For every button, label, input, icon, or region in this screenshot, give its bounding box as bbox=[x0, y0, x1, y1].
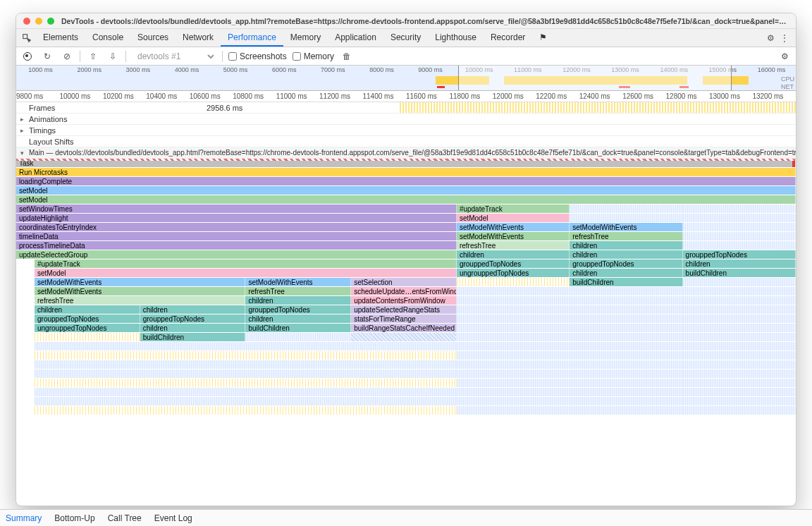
flame-entry[interactable] bbox=[457, 360, 570, 369]
flame-entry[interactable] bbox=[683, 314, 796, 323]
flame-entry[interactable]: setWindowTimes bbox=[16, 204, 457, 213]
flame-entry[interactable]: loadingComplete bbox=[16, 177, 796, 185]
flame-entry[interactable] bbox=[457, 342, 570, 350]
flame-entry[interactable]: scheduleUpdate…entsFromWindow bbox=[351, 287, 457, 295]
flame-entry[interactable] bbox=[570, 287, 682, 295]
flame-entry[interactable]: grouppedTopNodes bbox=[683, 250, 796, 259]
flame-entry[interactable]: children bbox=[570, 269, 682, 277]
flame-entry[interactable] bbox=[683, 241, 796, 250]
flame-entry[interactable] bbox=[683, 397, 796, 405]
flame-entry[interactable] bbox=[683, 333, 796, 341]
flame-entry[interactable] bbox=[457, 397, 570, 405]
tab-security[interactable]: Security bbox=[383, 29, 428, 47]
flame-entry[interactable]: children bbox=[245, 296, 351, 305]
flame-entry[interactable]: children bbox=[683, 259, 796, 268]
flame-entry[interactable] bbox=[683, 379, 796, 387]
flame-entry[interactable] bbox=[457, 278, 570, 286]
flame-entry[interactable]: children bbox=[570, 241, 682, 250]
flame-entry[interactable]: children bbox=[35, 305, 140, 314]
flame-entry[interactable]: updateContentsFromWindow bbox=[351, 296, 457, 305]
flame-entry[interactable]: refreshTree bbox=[35, 296, 245, 305]
flame-entry[interactable] bbox=[457, 287, 570, 295]
reload-record-button[interactable]: ↻ bbox=[40, 49, 54, 63]
flame-entry[interactable] bbox=[683, 369, 796, 378]
flame-entry[interactable]: setModel bbox=[35, 269, 457, 277]
flame-entry[interactable] bbox=[457, 388, 570, 396]
flame-entry[interactable]: Task bbox=[16, 159, 796, 167]
tab-sources[interactable]: Sources bbox=[130, 29, 176, 47]
flame-entry[interactable] bbox=[570, 406, 682, 415]
memory-checkbox[interactable]: Memory bbox=[293, 51, 334, 61]
flame-entry[interactable]: buildChildren bbox=[140, 333, 246, 341]
track-frames[interactable]: Frames 2958.6 ms bbox=[16, 102, 796, 114]
flame-entry[interactable]: grouppedTopNodes bbox=[457, 259, 570, 268]
trash-button[interactable]: 🗑 bbox=[340, 49, 354, 63]
flame-entry[interactable] bbox=[570, 214, 682, 222]
track-main[interactable]: ▾Main — devtools://devtools/bundled/devt… bbox=[16, 147, 796, 159]
flame-entry[interactable] bbox=[457, 369, 570, 378]
flame-entry[interactable] bbox=[683, 351, 796, 360]
flame-entry[interactable] bbox=[570, 204, 682, 213]
flame-entry[interactable]: ungrouppedTopNodes bbox=[457, 269, 570, 277]
flame-entry[interactable] bbox=[351, 333, 457, 341]
flame-entry[interactable] bbox=[683, 223, 796, 231]
inspect-icon[interactable] bbox=[20, 32, 33, 44]
flame-entry[interactable] bbox=[35, 388, 457, 396]
flame-entry[interactable]: refreshTree bbox=[457, 241, 570, 250]
flame-entry[interactable] bbox=[457, 406, 570, 415]
flame-entry[interactable]: children bbox=[140, 305, 246, 314]
flame-entry[interactable] bbox=[683, 406, 796, 415]
flame-entry[interactable] bbox=[570, 305, 682, 314]
flame-entry[interactable]: setModelWithEvents bbox=[245, 278, 351, 286]
flame-entry[interactable] bbox=[683, 388, 796, 396]
flame-entry[interactable] bbox=[570, 360, 682, 369]
flame-entry[interactable]: updateSelectedRangeStats bbox=[351, 305, 457, 314]
flame-entry[interactable] bbox=[570, 324, 682, 332]
flame-entry[interactable] bbox=[570, 388, 682, 396]
record-button[interactable] bbox=[20, 49, 35, 63]
flame-entry[interactable] bbox=[457, 333, 570, 341]
flame-entry[interactable] bbox=[457, 379, 570, 387]
flame-entry[interactable]: #updateTrack bbox=[457, 204, 570, 213]
flame-entry[interactable]: buildChildren bbox=[570, 278, 682, 286]
flame-entry[interactable]: children bbox=[245, 314, 351, 323]
flame-entry[interactable] bbox=[683, 204, 796, 213]
tab-recorder[interactable]: Recorder bbox=[484, 29, 532, 47]
flame-entry[interactable]: setModelWithEvents bbox=[457, 232, 570, 240]
flame-entry[interactable] bbox=[35, 379, 457, 387]
flame-entry[interactable] bbox=[683, 324, 796, 332]
flame-entry[interactable] bbox=[683, 232, 796, 240]
more-icon[interactable]: ⋮ bbox=[777, 33, 792, 43]
flame-entry[interactable]: grouppedTopNodes bbox=[570, 259, 682, 268]
flame-entry[interactable] bbox=[457, 314, 570, 323]
flame-entry[interactable]: refreshTree bbox=[245, 287, 351, 295]
flame-entry[interactable]: processTimelineData bbox=[16, 241, 457, 250]
flame-entry[interactable]: updateHighlight bbox=[16, 214, 457, 222]
download-button[interactable]: ⇩ bbox=[106, 49, 120, 63]
flame-entry[interactable] bbox=[35, 360, 457, 369]
flame-entry[interactable] bbox=[35, 351, 457, 360]
upload-button[interactable]: ⇧ bbox=[86, 49, 100, 63]
tab-memory[interactable]: Memory bbox=[283, 29, 328, 47]
flame-entry[interactable]: setModel bbox=[457, 214, 570, 222]
flame-entry[interactable] bbox=[570, 397, 682, 405]
flame-entry[interactable]: #updateTrack bbox=[35, 259, 457, 268]
flame-entry[interactable]: buildChildren bbox=[245, 324, 351, 332]
flame-entry[interactable] bbox=[570, 296, 682, 305]
flame-entry[interactable] bbox=[35, 406, 457, 415]
zoom-icon[interactable] bbox=[47, 18, 54, 25]
flame-entry[interactable]: setSelection bbox=[351, 278, 457, 286]
flame-entry[interactable]: statsForTimeRange bbox=[351, 314, 457, 323]
flame-chart[interactable]: TaskRun MicrotasksloadingCompletesetMode… bbox=[16, 159, 796, 490]
tab-application[interactable]: Application bbox=[328, 29, 383, 47]
flame-entry[interactable]: children bbox=[570, 250, 682, 259]
flame-entry[interactable] bbox=[457, 296, 570, 305]
flame-entry[interactable]: setModel bbox=[16, 186, 796, 195]
flame-entry[interactable]: timelineData bbox=[16, 232, 457, 240]
tab-elements[interactable]: Elements bbox=[36, 29, 85, 47]
flame-entry[interactable] bbox=[683, 360, 796, 369]
minimize-icon[interactable] bbox=[35, 18, 42, 25]
flame-entry[interactable]: refreshTree bbox=[570, 232, 682, 240]
flame-entry[interactable]: setModelWithEvents bbox=[35, 287, 245, 295]
close-icon[interactable] bbox=[23, 18, 30, 25]
